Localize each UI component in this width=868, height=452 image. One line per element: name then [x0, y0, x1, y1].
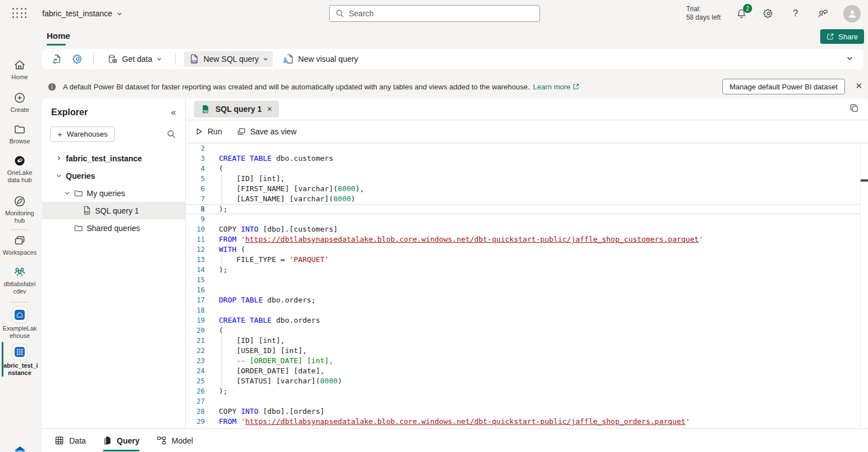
- close-banner-icon[interactable]: ✕: [855, 81, 862, 91]
- share-button[interactable]: Share: [820, 29, 864, 44]
- tab-home[interactable]: Home: [47, 31, 70, 40]
- rail-item-browse[interactable]: Browse: [0, 123, 39, 145]
- explorer-search-icon[interactable]: [167, 129, 176, 139]
- notifications-button[interactable]: 2: [735, 7, 748, 20]
- rail-item-monitoring-hub[interactable]: Monitoring hub: [0, 195, 39, 224]
- code-text: );: [219, 265, 228, 275]
- code-line-26[interactable]: 26);: [186, 386, 868, 396]
- code-line-27[interactable]: 27: [186, 396, 868, 406]
- rail-item-dbtlabsfabricdev[interactable]: dbtlabsfabri cdev: [0, 265, 39, 295]
- tree-item-fabric-test-instance[interactable]: fabric_test_instance: [42, 150, 185, 167]
- chevron-down-icon[interactable]: [62, 190, 72, 196]
- collapse-pane-icon[interactable]: «: [171, 107, 176, 117]
- code-line-6[interactable]: 6 [FIRST_NAME] [varchar](8000),: [186, 184, 868, 194]
- new-sql-query-button[interactable]: SQL New SQL query: [184, 51, 273, 67]
- top-app-bar: fabric_test_instance Trial: 58 days left…: [0, 0, 868, 27]
- rail-item-fabric-test-instance[interactable]: fabric_test_i nstance: [0, 343, 39, 377]
- view-tab-model[interactable]: Model: [156, 429, 193, 452]
- scrollbar-thumb[interactable]: [861, 179, 868, 182]
- code-line-15[interactable]: 15: [186, 275, 868, 285]
- tree-item-queries[interactable]: Queries: [42, 167, 185, 184]
- code-line-20[interactable]: 20(: [186, 326, 868, 336]
- global-search[interactable]: [329, 5, 540, 22]
- rail-item-onelake-data-hub[interactable]: OneLake data hub: [0, 154, 39, 184]
- help-button[interactable]: ?: [789, 7, 802, 20]
- close-tab-icon[interactable]: ✕: [267, 105, 272, 113]
- code-text: );: [219, 386, 228, 396]
- tree-item-shared-queries[interactable]: Shared queries: [42, 219, 185, 237]
- query-tab[interactable]: SQL SQL query 1 ✕: [194, 101, 279, 117]
- code-line-14[interactable]: 14);: [186, 265, 868, 275]
- play-icon: [195, 128, 203, 135]
- code-line-17[interactable]: 17DROP TABLE dbo.orders;: [186, 295, 868, 305]
- chevron-down-icon[interactable]: [53, 173, 64, 179]
- workspace-switcher[interactable]: fabric_test_instance: [42, 9, 123, 18]
- code-text: [ORDER_DATE] [date],: [219, 366, 325, 376]
- editor-toolbar: Run Save as view: [186, 120, 868, 143]
- code-line-29[interactable]: 29FROM 'https://dbtlabsynapsedatalake.bl…: [186, 417, 868, 427]
- folder-icon: [72, 223, 84, 233]
- chevron-right-icon[interactable]: [53, 155, 64, 161]
- code-line-7[interactable]: 7 [LAST_NAME] [varchar](8000): [186, 194, 868, 204]
- run-button[interactable]: Run: [195, 127, 222, 136]
- rail-item-create[interactable]: Create: [0, 91, 39, 114]
- code-line-8[interactable]: 8);: [186, 204, 868, 214]
- save-as-view-button[interactable]: Save as view: [237, 127, 296, 136]
- code-text: -- [ORDER_DATE] [int],: [219, 356, 334, 366]
- collapse-ribbon-icon[interactable]: [846, 55, 853, 62]
- sql-editor[interactable]: 23CREATE TABLE dbo.customers4(5 [ID] [in…: [186, 143, 868, 428]
- rail-item-workspaces[interactable]: Workspaces: [0, 234, 39, 256]
- add-warehouses-button[interactable]: + Warehouses: [50, 126, 115, 142]
- code-line-5[interactable]: 5 [ID] [int],: [186, 174, 868, 184]
- code-line-25[interactable]: 25 [STATUS] [varchar](8000): [186, 376, 868, 386]
- code-text: [STATUS] [varchar](8000): [219, 376, 342, 386]
- code-line-16[interactable]: 16: [186, 285, 868, 295]
- rail-item-home[interactable]: Home: [0, 58, 39, 81]
- feedback-button[interactable]: [816, 7, 829, 20]
- code-line-28[interactable]: 28COPY INTO [dbo].[orders]: [186, 406, 868, 417]
- code-line-2[interactable]: 2: [186, 143, 868, 153]
- code-line-9[interactable]: 9: [186, 214, 868, 224]
- code-line-24[interactable]: 24 [ORDER_DATE] [date],: [186, 366, 868, 376]
- line-number: 13: [186, 255, 219, 265]
- query-tabstrip: SQL SQL query 1 ✕: [186, 98, 868, 120]
- tree-item-my-queries[interactable]: My queries: [42, 184, 185, 202]
- code-text: [ID] [int],: [219, 336, 285, 346]
- code-line-23[interactable]: 23 -- [ORDER_DATE] [int],: [186, 356, 868, 366]
- code-line-18[interactable]: 18: [186, 305, 868, 315]
- code-line-13[interactable]: 13 FILE_TYPE = 'PARQUET': [186, 255, 868, 265]
- learn-more-link[interactable]: Learn more: [533, 83, 579, 91]
- line-number: 29: [186, 417, 219, 427]
- manage-default-dataset-button[interactable]: Manage default Power BI dataset: [722, 79, 845, 94]
- settings-ribbon-button[interactable]: [70, 52, 85, 66]
- code-line-21[interactable]: 21 [ID] [int],: [186, 336, 868, 346]
- search-input[interactable]: [349, 9, 534, 18]
- rail-item-label: Monitoring hub: [5, 210, 34, 224]
- rail-item-data-warehouse[interactable]: Data Warehouse: [0, 444, 39, 452]
- get-data-button[interactable]: Get data: [102, 51, 167, 67]
- new-visual-query-button[interactable]: New visual query: [278, 51, 363, 67]
- tree-item-sql-query-1[interactable]: SQLSQL query 1: [42, 202, 185, 219]
- refresh-dataset-button[interactable]: [50, 52, 65, 66]
- settings-button[interactable]: [762, 7, 775, 20]
- rail-divider: [10, 302, 29, 302]
- view-tab-label: Query: [117, 436, 140, 445]
- code-line-12[interactable]: 12WITH (: [186, 245, 868, 255]
- editor-scrollbar[interactable]: [860, 143, 868, 428]
- code-line-11[interactable]: 11FROM 'https://dbtlabsynapsedatalake.bl…: [186, 234, 868, 245]
- code-line-19[interactable]: 19CREATE TABLE dbo.orders: [186, 315, 868, 326]
- code-line-4[interactable]: 4(: [186, 164, 868, 174]
- line-number: 11: [186, 234, 219, 245]
- avatar[interactable]: [843, 5, 861, 22]
- view-tab-data[interactable]: Data: [55, 429, 86, 452]
- app-launcher-icon[interactable]: [12, 8, 27, 19]
- code-line-10[interactable]: 10COPY INTO [dbo].[customers]: [186, 224, 868, 234]
- code-text: CREATE TABLE dbo.orders: [219, 315, 320, 326]
- rail-item-examplelakehouse[interactable]: ExampleLak ehouse: [0, 306, 39, 340]
- view-tab-query[interactable]: Query: [103, 429, 140, 452]
- topbar-right-cluster: Trial: 58 days left 2 ?: [686, 0, 868, 27]
- line-number: 4: [186, 164, 219, 174]
- copy-icon[interactable]: [849, 103, 859, 113]
- code-line-22[interactable]: 22 [USER_ID] [int],: [186, 346, 868, 356]
- code-line-3[interactable]: 3CREATE TABLE dbo.customers: [186, 153, 868, 164]
